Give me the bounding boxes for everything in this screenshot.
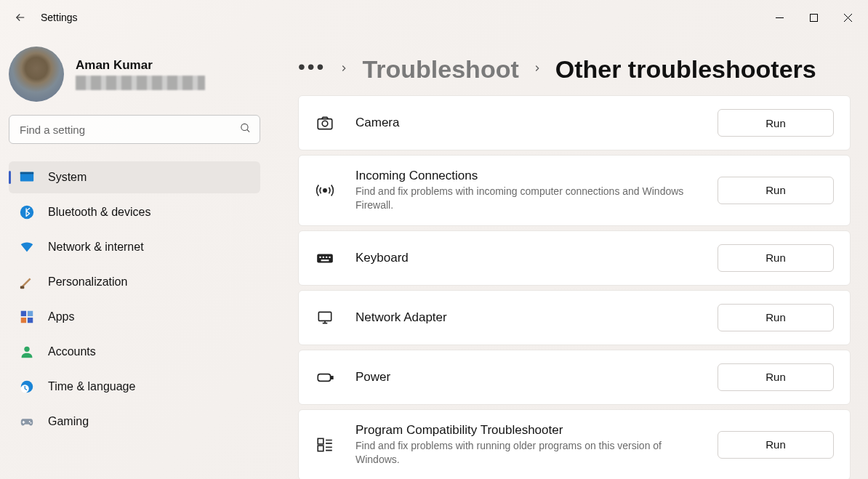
person-icon	[19, 344, 35, 360]
user-email-redacted	[76, 76, 205, 90]
sidebar-item-time-language[interactable]: Time & language	[9, 371, 260, 403]
svg-rect-22	[329, 257, 330, 258]
svg-point-4	[20, 206, 33, 219]
card-title: Program Compatibility Troubleshooter	[355, 423, 697, 438]
svg-point-10	[24, 347, 29, 352]
svg-rect-6	[21, 311, 26, 316]
svg-rect-28	[318, 446, 324, 451]
sidebar-item-label: Time & language	[48, 380, 135, 393]
search-wrap	[9, 115, 260, 144]
avatar	[9, 47, 64, 102]
user-name: Aman Kumar	[76, 58, 205, 73]
breadcrumb-overflow[interactable]: •••	[298, 57, 326, 83]
run-button[interactable]: Run	[718, 244, 834, 272]
run-button[interactable]: Run	[718, 304, 834, 331]
card-body: Incoming Connections Find and fix proble…	[355, 169, 697, 212]
breadcrumb-current: Other troubleshooters	[555, 55, 816, 84]
network-adapter-icon	[315, 307, 335, 328]
titlebar-left: Settings	[13, 10, 78, 25]
svg-rect-9	[28, 318, 33, 323]
nav-list: System Bluetooth & devices Network & int…	[9, 161, 260, 438]
card-desc: Find and fix problems with incoming comp…	[355, 185, 690, 212]
troubleshooter-network-adapter: Network Adapter Run	[298, 290, 851, 345]
breadcrumb-parent[interactable]: Troubleshoot	[362, 55, 518, 84]
compatibility-icon	[315, 435, 335, 455]
sidebar-item-system[interactable]: System	[9, 161, 260, 193]
svg-rect-24	[318, 312, 331, 321]
sidebar-item-apps[interactable]: Apps	[9, 301, 260, 333]
card-title: Keyboard	[355, 251, 697, 265]
sidebar-item-label: Network & internet	[48, 241, 144, 254]
svg-rect-19	[319, 257, 321, 258]
run-button[interactable]: Run	[718, 177, 834, 204]
window-controls	[763, 6, 865, 29]
sidebar-item-label: Accounts	[48, 345, 96, 358]
svg-point-14	[31, 422, 32, 424]
maximize-button[interactable]	[797, 6, 831, 29]
maximize-icon	[810, 14, 818, 22]
camera-icon	[315, 113, 335, 133]
breadcrumb: ••• Troubleshoot Other troubleshooters	[298, 55, 851, 84]
svg-point-17	[324, 189, 326, 192]
back-button[interactable]	[13, 10, 28, 25]
system-icon	[19, 169, 35, 185]
main-layout: Aman Kumar System Bluetooth & devices Ne…	[0, 35, 868, 479]
svg-rect-20	[323, 257, 324, 258]
svg-rect-18	[317, 254, 333, 262]
card-body: Program Compatibility Troubleshooter Fin…	[355, 423, 697, 467]
card-body: Network Adapter	[355, 310, 697, 325]
troubleshooter-power: Power Run	[298, 350, 851, 405]
keyboard-icon	[315, 248, 335, 268]
brush-icon	[19, 274, 35, 290]
card-title: Incoming Connections	[355, 169, 697, 183]
sidebar-item-bluetooth[interactable]: Bluetooth & devices	[9, 196, 260, 228]
close-icon	[844, 14, 852, 22]
run-button[interactable]: Run	[718, 431, 834, 459]
sidebar-item-label: System	[48, 171, 87, 184]
apps-icon	[19, 309, 35, 325]
sidebar-item-gaming[interactable]: Gaming	[9, 406, 260, 438]
window-title: Settings	[41, 12, 78, 23]
svg-rect-3	[20, 172, 33, 174]
titlebar: Settings	[0, 0, 868, 35]
search-input[interactable]	[9, 115, 260, 144]
svg-rect-27	[318, 438, 324, 444]
user-profile[interactable]: Aman Kumar	[9, 44, 260, 115]
svg-rect-8	[21, 318, 26, 323]
card-title: Network Adapter	[355, 310, 697, 325]
sidebar-item-network[interactable]: Network & internet	[9, 231, 260, 263]
sidebar-item-label: Gaming	[48, 415, 89, 428]
card-title: Camera	[355, 116, 697, 130]
troubleshooter-keyboard: Keyboard Run	[298, 230, 851, 286]
user-texts: Aman Kumar	[76, 58, 205, 90]
card-title: Power	[355, 370, 697, 385]
svg-rect-7	[28, 311, 33, 316]
run-button[interactable]: Run	[718, 109, 834, 137]
wifi-icon	[19, 239, 35, 255]
run-button[interactable]: Run	[718, 363, 834, 391]
sidebar-item-accounts[interactable]: Accounts	[9, 336, 260, 368]
minimize-button[interactable]	[763, 6, 797, 29]
troubleshooter-camera: Camera Run	[298, 95, 851, 150]
content: ••• Troubleshoot Other troubleshooters C…	[269, 35, 868, 479]
chevron-right-icon	[532, 63, 542, 76]
svg-rect-23	[321, 259, 329, 261]
troubleshooter-list: Camera Run Incoming Connections Find and…	[298, 95, 851, 479]
troubleshooter-program-compatibility: Program Compatibility Troubleshooter Fin…	[298, 409, 851, 479]
svg-rect-25	[318, 374, 330, 381]
sidebar-item-label: Bluetooth & devices	[48, 206, 150, 219]
card-desc: Find and fix problems with running older…	[355, 439, 690, 467]
sidebar-item-label: Personalization	[48, 275, 127, 289]
svg-rect-5	[20, 286, 24, 289]
svg-rect-0	[811, 14, 818, 21]
close-button[interactable]	[831, 6, 865, 29]
chevron-right-icon	[339, 63, 349, 76]
svg-rect-21	[326, 257, 327, 258]
sidebar-item-personalization[interactable]: Personalization	[9, 266, 260, 298]
svg-point-1	[241, 124, 248, 130]
clock-globe-icon	[19, 379, 35, 395]
back-arrow-icon	[14, 11, 27, 24]
card-body: Keyboard	[355, 251, 697, 265]
svg-point-13	[29, 421, 31, 422]
sidebar-item-label: Apps	[48, 310, 74, 323]
